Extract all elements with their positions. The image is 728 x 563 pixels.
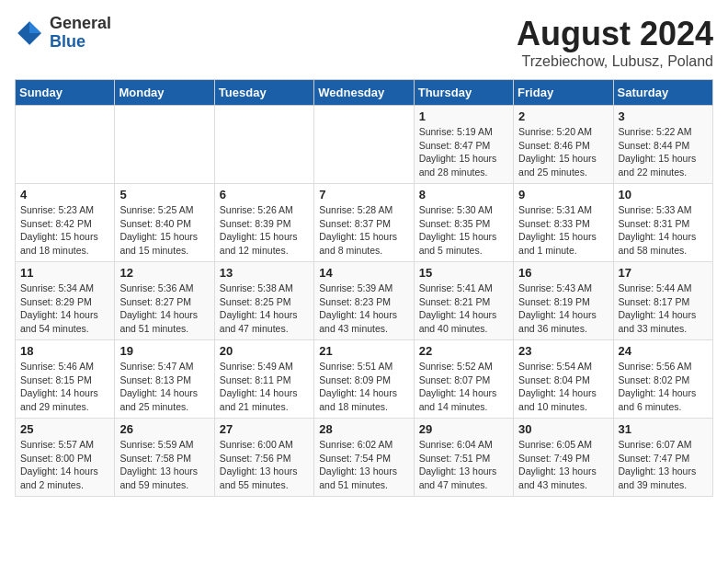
calendar-cell: 2Sunrise: 5:20 AM Sunset: 8:46 PM Daylig… [514, 106, 613, 184]
day-number: 6 [220, 188, 309, 201]
day-info: Sunrise: 5:33 AM Sunset: 8:31 PM Dayligh… [619, 203, 708, 258]
day-info: Sunrise: 5:52 AM Sunset: 8:07 PM Dayligh… [419, 360, 508, 414]
day-number: 29 [419, 422, 508, 436]
day-number: 7 [319, 188, 408, 201]
day-info: Sunrise: 5:36 AM Sunset: 8:27 PM Dayligh… [119, 282, 209, 336]
calendar-cell: 4Sunrise: 5:23 AM Sunset: 8:42 PM Daylig… [16, 184, 115, 262]
calendar-cell: 11Sunrise: 5:34 AM Sunset: 8:29 PM Dayli… [16, 262, 115, 340]
week-row-3: 11Sunrise: 5:34 AM Sunset: 8:29 PM Dayli… [16, 262, 713, 340]
day-number: 22 [419, 344, 508, 358]
day-number: 21 [319, 344, 408, 358]
day-info: Sunrise: 5:31 AM Sunset: 8:33 PM Dayligh… [518, 203, 608, 258]
logo-text: General Blue [50, 15, 111, 52]
calendar-cell [314, 106, 414, 184]
calendar-cell [214, 106, 313, 184]
day-number: 28 [319, 422, 408, 436]
day-number: 23 [518, 344, 608, 358]
day-number: 15 [419, 266, 508, 280]
calendar-header: SundayMondayTuesdayWednesdayThursdayFrid… [16, 80, 713, 106]
calendar-cell: 14Sunrise: 5:39 AM Sunset: 8:23 PM Dayli… [314, 262, 414, 340]
day-number: 10 [619, 188, 708, 201]
day-info: Sunrise: 5:43 AM Sunset: 8:19 PM Dayligh… [518, 282, 608, 336]
calendar-cell [115, 106, 214, 184]
day-info: Sunrise: 5:28 AM Sunset: 8:37 PM Dayligh… [319, 203, 408, 258]
day-number: 2 [518, 109, 608, 123]
day-info: Sunrise: 5:38 AM Sunset: 8:25 PM Dayligh… [220, 282, 309, 336]
calendar-cell: 24Sunrise: 5:56 AM Sunset: 8:02 PM Dayli… [613, 340, 712, 419]
day-number: 31 [619, 422, 708, 436]
calendar-cell: 20Sunrise: 5:49 AM Sunset: 8:11 PM Dayli… [214, 340, 313, 419]
day-info: Sunrise: 5:51 AM Sunset: 8:09 PM Dayligh… [319, 360, 408, 414]
calendar-cell: 5Sunrise: 5:25 AM Sunset: 8:40 PM Daylig… [115, 184, 214, 262]
day-info: Sunrise: 5:54 AM Sunset: 8:04 PM Dayligh… [518, 360, 608, 414]
calendar-cell: 12Sunrise: 5:36 AM Sunset: 8:27 PM Dayli… [115, 262, 214, 340]
header-day-sunday: Sunday [16, 80, 115, 106]
calendar-cell: 15Sunrise: 5:41 AM Sunset: 8:21 PM Dayli… [414, 262, 513, 340]
logo-blue: Blue [50, 33, 111, 52]
day-info: Sunrise: 5:34 AM Sunset: 8:29 PM Dayligh… [20, 282, 109, 336]
day-number: 12 [119, 266, 209, 280]
week-row-4: 18Sunrise: 5:46 AM Sunset: 8:15 PM Dayli… [16, 340, 713, 419]
calendar-cell: 17Sunrise: 5:44 AM Sunset: 8:17 PM Dayli… [613, 262, 712, 340]
day-number: 24 [619, 344, 708, 358]
day-info: Sunrise: 5:25 AM Sunset: 8:40 PM Dayligh… [119, 203, 209, 258]
calendar-cell: 22Sunrise: 5:52 AM Sunset: 8:07 PM Dayli… [414, 340, 513, 419]
calendar-cell: 23Sunrise: 5:54 AM Sunset: 8:04 PM Dayli… [514, 340, 613, 419]
day-info: Sunrise: 6:07 AM Sunset: 7:47 PM Dayligh… [619, 438, 708, 492]
day-info: Sunrise: 5:26 AM Sunset: 8:39 PM Dayligh… [220, 203, 309, 258]
calendar-cell [16, 106, 115, 184]
header: General Blue August 2024 Trzebiechow, Lu… [15, 15, 713, 70]
day-info: Sunrise: 5:41 AM Sunset: 8:21 PM Dayligh… [419, 282, 508, 336]
day-number: 13 [220, 266, 309, 280]
calendar-cell: 18Sunrise: 5:46 AM Sunset: 8:15 PM Dayli… [16, 340, 115, 419]
calendar-cell: 29Sunrise: 6:04 AM Sunset: 7:51 PM Dayli… [414, 419, 513, 497]
day-number: 17 [619, 266, 708, 280]
calendar-cell: 8Sunrise: 5:30 AM Sunset: 8:35 PM Daylig… [414, 184, 513, 262]
calendar-cell: 13Sunrise: 5:38 AM Sunset: 8:25 PM Dayli… [214, 262, 313, 340]
logo-general: General [50, 15, 111, 33]
calendar-cell: 21Sunrise: 5:51 AM Sunset: 8:09 PM Dayli… [314, 340, 414, 419]
day-number: 26 [119, 422, 209, 436]
day-number: 25 [20, 422, 109, 436]
day-number: 30 [518, 422, 608, 436]
calendar-cell: 26Sunrise: 5:59 AM Sunset: 7:58 PM Dayli… [115, 419, 214, 497]
header-day-wednesday: Wednesday [314, 80, 414, 106]
calendar-cell: 31Sunrise: 6:07 AM Sunset: 7:47 PM Dayli… [613, 419, 712, 497]
day-number: 5 [119, 188, 209, 201]
day-info: Sunrise: 5:46 AM Sunset: 8:15 PM Dayligh… [20, 360, 109, 414]
day-info: Sunrise: 6:02 AM Sunset: 7:54 PM Dayligh… [319, 438, 408, 492]
day-info: Sunrise: 5:49 AM Sunset: 8:11 PM Dayligh… [220, 360, 309, 414]
day-info: Sunrise: 5:19 AM Sunset: 8:47 PM Dayligh… [419, 125, 508, 179]
day-number: 19 [119, 344, 209, 358]
day-number: 11 [20, 266, 109, 280]
header-row: SundayMondayTuesdayWednesdayThursdayFrid… [16, 80, 713, 106]
week-row-2: 4Sunrise: 5:23 AM Sunset: 8:42 PM Daylig… [16, 184, 713, 262]
day-number: 1 [419, 109, 508, 123]
header-day-friday: Friday [514, 80, 613, 106]
calendar-cell: 7Sunrise: 5:28 AM Sunset: 8:37 PM Daylig… [314, 184, 414, 262]
calendar-cell: 6Sunrise: 5:26 AM Sunset: 8:39 PM Daylig… [214, 184, 313, 262]
day-info: Sunrise: 5:47 AM Sunset: 8:13 PM Dayligh… [119, 360, 209, 414]
calendar-cell: 3Sunrise: 5:22 AM Sunset: 8:44 PM Daylig… [613, 106, 712, 184]
logo-icon [15, 18, 44, 48]
main-title: August 2024 [517, 15, 713, 53]
day-info: Sunrise: 5:59 AM Sunset: 7:58 PM Dayligh… [119, 438, 209, 492]
calendar-cell: 1Sunrise: 5:19 AM Sunset: 8:47 PM Daylig… [414, 106, 513, 184]
day-info: Sunrise: 5:44 AM Sunset: 8:17 PM Dayligh… [619, 282, 708, 336]
calendar-cell: 30Sunrise: 6:05 AM Sunset: 7:49 PM Dayli… [514, 419, 613, 497]
calendar-cell: 27Sunrise: 6:00 AM Sunset: 7:56 PM Dayli… [214, 419, 313, 497]
calendar-body: 1Sunrise: 5:19 AM Sunset: 8:47 PM Daylig… [16, 106, 713, 497]
day-number: 3 [619, 109, 708, 123]
logo: General Blue [15, 15, 111, 52]
day-number: 16 [518, 266, 608, 280]
header-day-tuesday: Tuesday [214, 80, 313, 106]
day-info: Sunrise: 5:20 AM Sunset: 8:46 PM Dayligh… [518, 125, 608, 179]
week-row-5: 25Sunrise: 5:57 AM Sunset: 8:00 PM Dayli… [16, 419, 713, 497]
day-number: 8 [419, 188, 508, 201]
day-number: 14 [319, 266, 408, 280]
day-info: Sunrise: 6:04 AM Sunset: 7:51 PM Dayligh… [419, 438, 508, 492]
header-day-saturday: Saturday [613, 80, 712, 106]
day-info: Sunrise: 5:56 AM Sunset: 8:02 PM Dayligh… [619, 360, 708, 414]
day-number: 18 [20, 344, 109, 358]
title-area: August 2024 Trzebiechow, Lubusz, Poland [517, 15, 713, 70]
